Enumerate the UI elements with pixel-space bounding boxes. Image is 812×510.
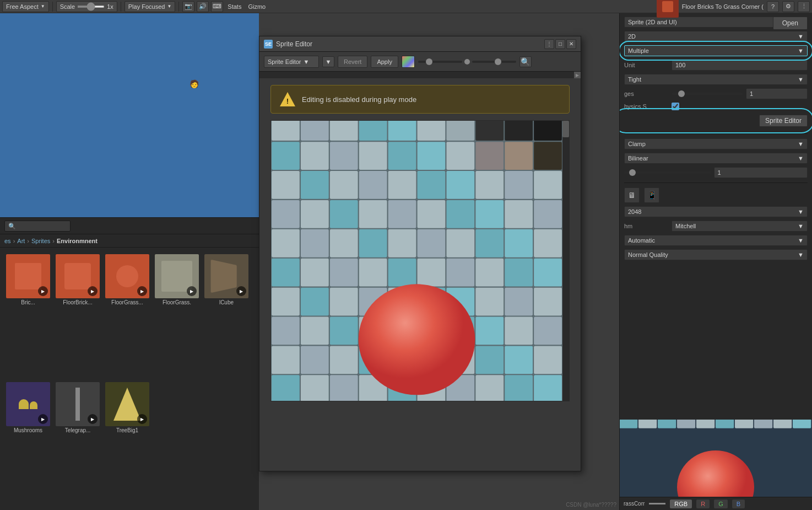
- zoom-slider-left[interactable]: [418, 61, 462, 63]
- help-icon-btn[interactable]: ?: [767, 1, 779, 12]
- asset-cube[interactable]: ▶ lCube: [203, 252, 250, 378]
- filter-mode-dropdown[interactable]: Bilinear ▼: [624, 153, 808, 164]
- wrap-mode-dropdown[interactable]: Clamp ▼: [624, 138, 808, 149]
- svg-rect-74: [301, 317, 329, 345]
- play-btn-floorgrass2[interactable]: ▶: [187, 286, 197, 296]
- keyboard-icon-btn[interactable]: ⌨: [211, 1, 223, 12]
- revert-button[interactable]: Revert: [338, 56, 367, 68]
- more-icon-btn[interactable]: ⋮: [798, 1, 810, 12]
- physics-label: hysics S: [624, 103, 668, 110]
- unit-input[interactable]: [672, 60, 808, 71]
- sprite-mode-section: Multiple ▼: [624, 45, 808, 56]
- physics-checkbox[interactable]: [672, 103, 679, 110]
- open-btn-container: Open: [773, 17, 808, 30]
- asset-treebig1[interactable]: ▶ TreeBig1: [104, 380, 151, 506]
- play-btn-cube[interactable]: ▶: [236, 286, 246, 296]
- pixels-per-unit-row: Unit: [624, 60, 808, 71]
- desktop-platform-icon[interactable]: 🖥: [624, 187, 640, 203]
- asset-label-treebig1: TreeBig1: [105, 427, 149, 433]
- open-button[interactable]: Open: [773, 17, 808, 30]
- gizmo-label[interactable]: Gizmo: [246, 3, 268, 10]
- window-menu-btn[interactable]: ⋮: [544, 39, 554, 49]
- color-mode-button[interactable]: [402, 56, 415, 68]
- asset-thumb-floorgrass1: ▶: [105, 254, 149, 298]
- play-btn-floorbrick[interactable]: ▶: [88, 286, 98, 296]
- play-btn-telegraph[interactable]: ▶: [88, 414, 98, 424]
- window-maximize-btn[interactable]: □: [555, 39, 565, 49]
- quality-label: Automatic: [628, 237, 655, 244]
- scroll-thumb[interactable]: [562, 121, 569, 137]
- svg-rect-50: [475, 229, 504, 257]
- asset-floorgrass2[interactable]: ▶ FloorGrass.: [153, 252, 201, 378]
- svg-rect-56: [359, 259, 387, 287]
- breadcrumb-es[interactable]: es: [4, 238, 11, 244]
- svg-rect-64: [301, 288, 329, 316]
- right-panel: Sprite (2D and UI) ▼ 2D ▼ Multiple ▼: [619, 13, 812, 510]
- b-channel-button[interactable]: B: [732, 500, 745, 508]
- play-btn-mushrooms[interactable]: ▶: [38, 414, 48, 424]
- asset-label-telegraph: Telegrap...: [56, 427, 100, 433]
- aniso-input[interactable]: [714, 167, 808, 178]
- svg-rect-58: [418, 259, 446, 287]
- stats-label[interactable]: Stats: [225, 3, 243, 10]
- svg-rect-42: [534, 200, 562, 228]
- audio-icon-btn[interactable]: 🔊: [197, 1, 209, 12]
- asset-brick[interactable]: ▶ Bric...: [4, 252, 52, 378]
- extrude-input[interactable]: [746, 88, 808, 99]
- search-input[interactable]: [4, 221, 71, 232]
- svg-rect-9: [446, 121, 474, 141]
- settings-icon-btn[interactable]: ⚙: [782, 1, 794, 12]
- svg-rect-36: [359, 200, 387, 228]
- asset-floorgrass1[interactable]: ▶ FloorGrass...: [104, 252, 151, 378]
- r-channel-button[interactable]: R: [696, 500, 710, 508]
- scale-slider[interactable]: [77, 6, 105, 8]
- texture-shape-dropdown[interactable]: 2D ▼: [624, 31, 808, 42]
- sprite-editor-mode-dropdown[interactable]: Sprite Editor ▼: [264, 56, 319, 68]
- free-aspect-dropdown[interactable]: Free Aspect ▼: [2, 1, 49, 12]
- mesh-type-dropdown[interactable]: Tight ▼: [624, 74, 808, 85]
- apply-button[interactable]: Apply: [371, 56, 398, 68]
- play-btn-floorgrass1[interactable]: ▶: [137, 286, 147, 296]
- breadcrumb-environment[interactable]: Environmnent: [57, 238, 98, 244]
- sprite-mode-dropdown[interactable]: Multiple ▼: [624, 45, 808, 56]
- toolbar-sep-2: [121, 2, 121, 12]
- asset-floorbrick[interactable]: ▶ FloorBrick...: [54, 252, 101, 378]
- project-browser: es › Art › Sprites › Environmnent ▶ Bric…: [0, 217, 259, 510]
- extrude-slider[interactable]: [672, 93, 743, 95]
- asset-telegraph[interactable]: ▶ Telegrap...: [54, 380, 101, 506]
- camera-icon-btn[interactable]: 📷: [182, 1, 194, 12]
- algorithm-dropdown[interactable]: Mitchell ▼: [672, 221, 808, 232]
- g-channel-button[interactable]: G: [714, 500, 728, 508]
- horizontal-scroll-bar[interactable]: ▶: [259, 72, 581, 78]
- canvas-scroll-bar[interactable]: [562, 121, 569, 401]
- watermark: CSDN @luna*?????: [566, 502, 616, 508]
- aniso-slider[interactable]: [624, 171, 711, 174]
- asset-mushrooms[interactable]: ▶ Mushrooms: [4, 380, 52, 506]
- zoom-slider-right[interactable]: [472, 61, 516, 63]
- svg-rect-65: [330, 288, 358, 316]
- svg-rect-48: [418, 229, 446, 257]
- play-focused-dropdown[interactable]: Play Focused ▼: [124, 1, 176, 12]
- max-size-dropdown[interactable]: 2048 ▼: [624, 206, 808, 217]
- window-close-btn[interactable]: ✕: [566, 39, 576, 49]
- zoom-icon-btn[interactable]: 🔍: [519, 56, 532, 67]
- breadcrumb-sprites[interactable]: Sprites: [31, 238, 50, 244]
- sprite-mode-row: Multiple ▼: [624, 45, 808, 56]
- svg-rect-52: [534, 229, 562, 257]
- mobile-platform-icon[interactable]: 📱: [644, 187, 659, 203]
- window-titlebar[interactable]: SE Sprite Editor ⋮ □ ✕: [259, 36, 581, 52]
- max-size-label: 2048: [628, 208, 641, 215]
- normal-quality-dropdown[interactable]: Normal Quality ▼: [624, 249, 808, 260]
- svg-rect-54: [301, 259, 329, 287]
- se-dropdown-arrow[interactable]: ▼: [322, 56, 334, 67]
- quality-dropdown[interactable]: Automatic ▼: [624, 235, 808, 246]
- play-btn-treebig1[interactable]: ▶: [137, 414, 147, 424]
- breadcrumb-art[interactable]: Art: [17, 238, 25, 244]
- svg-rect-62: [534, 259, 562, 287]
- scale-dropdown[interactable]: Scale 1x: [56, 1, 117, 12]
- svg-rect-21: [505, 142, 533, 170]
- extrude-label: ges: [624, 90, 668, 97]
- play-btn-brick[interactable]: ▶: [38, 286, 48, 296]
- rgb-channel-button[interactable]: RGB: [670, 500, 692, 508]
- sprite-editor-open-button[interactable]: Sprite Editor: [759, 115, 808, 127]
